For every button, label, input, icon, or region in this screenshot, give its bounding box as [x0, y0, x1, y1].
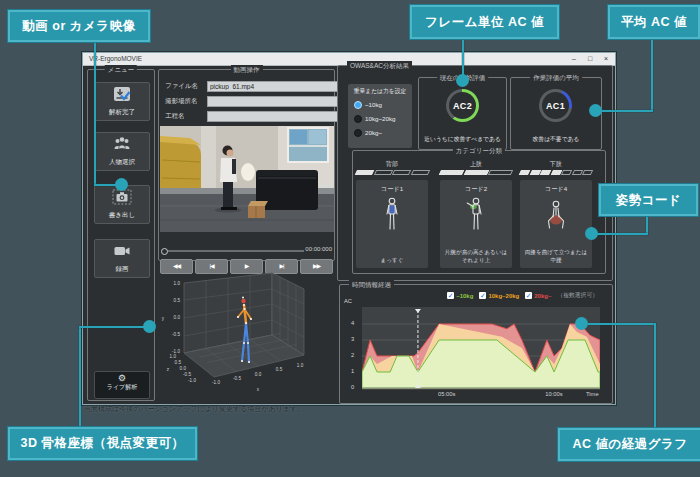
weight-option[interactable]: 10kg~20kg [354, 114, 395, 123]
legend-checkbox-icon[interactable]: ✓ [525, 292, 532, 299]
ac-graph-title: 時間情報経過 [349, 280, 394, 289]
svg-text:1.0: 1.0 [174, 281, 181, 286]
weight-option[interactable]: 20kg~ [354, 128, 382, 137]
menu-panel-title: メニュー [105, 65, 137, 74]
connector-dot-video [115, 178, 128, 191]
video-camera-icon [112, 245, 132, 262]
connector-line [94, 38, 96, 185]
legend-label: 20kg~ [534, 293, 551, 299]
posture-card-back: コード1 まっすぐ [356, 180, 428, 268]
window-title: VR-ErgonoMOVIE [89, 55, 142, 62]
connector-dot-frame-ac [456, 74, 469, 87]
posture-caption-arms: 片腕が肩の高さあるいはそれより上 [443, 249, 509, 264]
category-part-legs: 下肢 [520, 160, 592, 169]
connector-line [654, 323, 656, 428]
callout-frame-ac-label: フレーム単位 AC 値 [410, 5, 559, 39]
radio-icon[interactable] [354, 101, 362, 109]
download-check-icon [112, 88, 132, 105]
legend-label: ~10kg [456, 293, 473, 299]
segment [392, 170, 411, 175]
posture-caption-legs: 両膝を曲げて立つまたは中腰 [523, 249, 589, 264]
connector-line [595, 233, 648, 235]
connector-dot-avg-ac [589, 104, 602, 117]
video-display [160, 126, 334, 232]
process-input[interactable] [207, 111, 338, 122]
category-part-arms: 上肢 [440, 160, 512, 169]
minimize-button[interactable]: – [567, 54, 581, 64]
y-tick-label: 0 [351, 384, 354, 390]
segment [529, 170, 540, 175]
analysis-complete-label: 解析完了 [95, 108, 149, 117]
x-tick-label: 10:00s [545, 391, 562, 397]
owas-results-title: OWAS&AC分析結果 [347, 61, 412, 70]
posture-caption-back: まっすぐ [359, 257, 425, 264]
svg-text:0.5: 0.5 [174, 298, 181, 303]
person-select-label: 人物選択 [95, 158, 149, 167]
file-name-input[interactable] [207, 81, 338, 92]
person-select-button[interactable]: 人物選択 [94, 132, 150, 171]
record-label: 録画 [95, 265, 149, 274]
current-posture-panel: 現在の姿勢評価 AC2 近いうちに改善すべきである [418, 77, 507, 150]
svg-text:0.5: 0.5 [276, 367, 283, 372]
legend-label: 10kg~20kg [488, 293, 519, 299]
y-axis-label: AC [344, 298, 352, 304]
segment-bar [440, 170, 512, 175]
radio-icon[interactable] [354, 115, 362, 123]
posture-code-label: コード4 [520, 185, 592, 194]
export-label: 書き出し [95, 211, 149, 220]
location-label: 撮影場所名 [165, 96, 198, 106]
posture-figure-legs-icon [543, 196, 569, 240]
svg-text:0.0: 0.0 [180, 366, 187, 371]
svg-text:1.0: 1.0 [297, 363, 304, 368]
y-tick-label: 2 [351, 352, 354, 358]
current-ac-caption: 近いうちに改善すべきである [419, 135, 506, 144]
average-ac-ring: AC1 [539, 89, 572, 122]
menu-panel: メニュー 解析完了 人物選択 書き出し [87, 69, 155, 401]
seek-handle[interactable] [161, 248, 168, 255]
x-axis-label: Time [586, 391, 599, 397]
category-part-back: 背部 [356, 160, 428, 169]
page: VR-ErgonoMOVIE – □ × メニュー 解析完了 人物選択 [0, 0, 700, 477]
category-panel: カテゴリー分類 背部 コード1 [352, 150, 606, 274]
radio-icon[interactable] [354, 129, 362, 137]
record-button[interactable]: 録画 [94, 239, 150, 278]
connector-line [462, 35, 464, 77]
maximize-button[interactable]: □ [583, 54, 597, 64]
callout-posture-code-label: 姿勢コード [599, 184, 698, 216]
footer-note: 画面構成は今後のバージョンアップにより変更する場合があります。 [84, 404, 304, 414]
callout-avg-ac-label: 平均 AC 値 [608, 5, 700, 39]
ac-graph-plot[interactable] [362, 307, 600, 390]
ac-graph-panel: 時間情報経過 ✓~10kg✓10kg~20kg✓20kg~（複数選択可） AC0… [339, 284, 613, 404]
analysis-complete-button[interactable]: 解析完了 [94, 82, 150, 121]
people-icon [112, 138, 132, 155]
segment [355, 170, 374, 175]
legend-item: ✓10kg~20kg [479, 292, 519, 299]
svg-text:-0.5: -0.5 [183, 372, 191, 377]
chart-legend: ✓~10kg✓10kg~20kg✓20kg~（複数選択可） [447, 291, 598, 300]
file-name-label: ファイル名 [165, 81, 198, 91]
close-button[interactable]: × [599, 54, 613, 64]
skeleton-3d-plot[interactable]: 1.00.50.0-0.5-1.01.00.50.0-0.5-1.0-1.0-0… [156, 259, 338, 401]
weight-setting-title: 重量または力を設定 [348, 87, 412, 96]
weight-setting-panel: 重量または力を設定 ~10kg 10kg~20kg 20kg~ [348, 84, 412, 148]
segment [582, 170, 593, 175]
legend-checkbox-icon[interactable]: ✓ [447, 292, 454, 299]
live-analysis-button[interactable]: ⚙ ライブ解析 [94, 371, 150, 399]
current-ac-value: AC2 [453, 101, 472, 111]
legend-note: （複数選択可） [557, 291, 598, 300]
svg-text:-1.0: -1.0 [212, 380, 220, 385]
y-tick-label: 3 [351, 336, 354, 342]
segment [373, 170, 392, 175]
average-posture-title: 作業評価の平均 [530, 73, 582, 82]
seek-track[interactable] [168, 250, 304, 252]
legend-checkbox-icon[interactable]: ✓ [479, 292, 486, 299]
svg-text:x: x [257, 387, 260, 392]
location-input[interactable] [207, 96, 338, 107]
weight-option[interactable]: ~10kg [354, 100, 382, 109]
callout-skeleton-label: 3D 骨格座標（視点変更可） [8, 427, 197, 460]
posture-card-arms: コード2 片腕が肩の高さあるいはそれより上 [440, 180, 512, 268]
callout-video-label: 動画 or カメラ映像 [8, 10, 150, 42]
posture-code-label: コード2 [440, 185, 512, 194]
category-title: カテゴリー分類 [453, 146, 505, 155]
process-label: 工程名 [165, 111, 185, 121]
